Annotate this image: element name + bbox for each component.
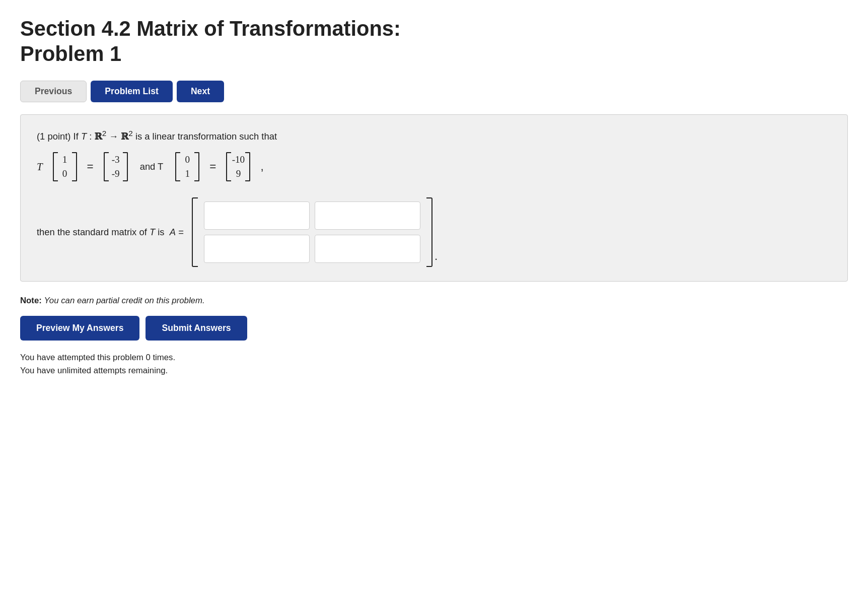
- matrix-output-1: -3 -9: [104, 152, 128, 181]
- period: .: [435, 250, 438, 263]
- answer-cell-12: [315, 201, 420, 230]
- answer-input-21[interactable]: [204, 235, 310, 262]
- comma: ,: [260, 160, 263, 173]
- previous-button[interactable]: Previous: [20, 81, 87, 102]
- m1-val-2: 0: [58, 168, 72, 179]
- matrix-output-2: -10 9: [226, 152, 250, 181]
- page-title: Section 4.2 Matrix of Transformations: P…: [20, 16, 848, 66]
- m4-val-1: -10: [231, 154, 245, 165]
- answer-matrix: [192, 197, 432, 267]
- preview-answers-button[interactable]: Preview My Answers: [20, 316, 139, 341]
- standard-matrix-label: then the standard matrix of T is A =: [37, 227, 184, 238]
- next-button[interactable]: Next: [177, 81, 224, 102]
- t-label-1: T: [37, 161, 43, 173]
- answer-input-22[interactable]: [315, 235, 420, 262]
- attempt-text: You have attempted this problem 0 times.: [20, 353, 848, 363]
- note-text: You can earn partial credit on this prob…: [44, 296, 205, 305]
- matrix-input-2: 0 1: [175, 152, 199, 181]
- m4-val-2: 9: [231, 168, 245, 179]
- problem-list-button[interactable]: Problem List: [91, 81, 173, 102]
- problem-statement: (1 point) If T : ℝ2 → ℝ2 is a linear tra…: [37, 129, 831, 142]
- answer-input-11[interactable]: [204, 202, 310, 229]
- note-label: Note:: [20, 296, 42, 305]
- answer-cell-22: [315, 235, 420, 263]
- m2-val-1: -3: [109, 154, 123, 165]
- matrix-input-1: 1 0: [53, 152, 77, 181]
- standard-matrix-row: then the standard matrix of T is A =: [37, 197, 831, 267]
- m1-val-1: 1: [58, 154, 72, 165]
- m2-val-2: -9: [109, 168, 123, 179]
- submit-answers-button[interactable]: Submit Answers: [146, 316, 247, 341]
- answer-grid: [200, 201, 424, 263]
- action-buttons: Preview My Answers Submit Answers: [20, 316, 848, 341]
- note-section: Note: You can earn partial credit on thi…: [20, 296, 848, 306]
- problem-box: (1 point) If T : ℝ2 → ℝ2 is a linear tra…: [20, 114, 848, 282]
- answer-cell-11: [204, 201, 310, 230]
- equals-1: =: [87, 160, 94, 173]
- math-expression: T 1 0 = -3 -9 and T 0 1: [37, 152, 831, 181]
- answer-cell-21: [204, 235, 310, 263]
- m3-val-1: 0: [180, 154, 194, 165]
- equals-2: =: [209, 160, 216, 173]
- nav-buttons: Previous Problem List Next: [20, 81, 848, 102]
- remaining-text: You have unlimited attempts remaining.: [20, 366, 848, 376]
- answer-matrix-wrapper: .: [192, 197, 438, 267]
- and-text: and T: [140, 161, 164, 172]
- m3-val-2: 1: [180, 168, 194, 179]
- points-text: (1 point): [37, 131, 70, 142]
- answer-input-12[interactable]: [315, 202, 420, 229]
